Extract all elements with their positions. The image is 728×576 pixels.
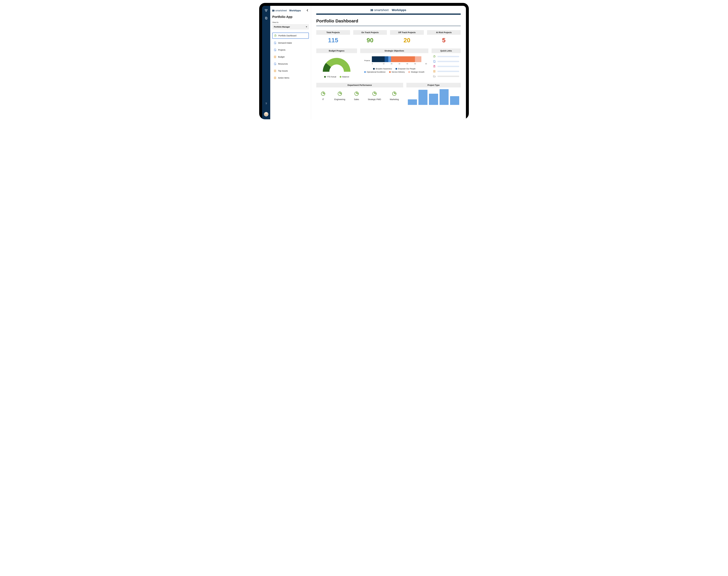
- main-area: smartsheet WorkApps Portfolio Dashboard …: [311, 6, 466, 119]
- dept-label: IT: [322, 98, 324, 100]
- quick-link-item[interactable]: [433, 65, 459, 68]
- panel-budget-title: Budget Progess: [316, 49, 357, 53]
- header-divider: [316, 13, 461, 15]
- sidebar-item-budget[interactable]: Budget: [272, 54, 309, 60]
- pie-green-icon: [274, 34, 277, 37]
- sheet-blue-icon: [433, 60, 436, 63]
- svg-rect-0: [265, 9, 266, 10]
- brand-light: smartsheet: [275, 9, 287, 12]
- panel-dept-title: Department Performance: [316, 83, 403, 87]
- sidebar-item-label: Action Items: [278, 77, 289, 79]
- panel-strategic-title: Strategic Objectives: [360, 49, 428, 53]
- quick-link-placeholder: [437, 76, 459, 77]
- rail-pages-icon[interactable]: [264, 16, 268, 20]
- quick-link-item[interactable]: [433, 70, 459, 73]
- quick-link-placeholder: [437, 56, 459, 57]
- svg-rect-2: [265, 10, 267, 12]
- strategic-legend-broaden: Broaden Awareness: [373, 68, 392, 70]
- dept-item-strategic-pmo[interactable]: Strategic PMO: [368, 91, 381, 100]
- project-type-bar: [439, 89, 449, 105]
- sidebar-item-label: Budget: [278, 56, 285, 58]
- kpi-value: 90: [353, 37, 387, 44]
- rail-help-button[interactable]: ?: [265, 102, 267, 105]
- app-screen: ? smartsheet WorkApps Portfolio App View…: [262, 6, 466, 119]
- budget-gauge-chart: [321, 56, 352, 73]
- strategic-legend-service: Service Delivery: [389, 71, 405, 73]
- quick-link-item[interactable]: [433, 55, 459, 58]
- folder-grey-icon: [433, 75, 436, 78]
- panel-ptype-title: Project Type: [406, 83, 461, 87]
- kpi-on-track-projects: On Track Projects90: [353, 30, 387, 44]
- sheet-blue-icon: [274, 49, 276, 51]
- project-type-chart: [406, 87, 461, 105]
- rail-user-avatar[interactable]: [264, 112, 268, 116]
- dept-item-marketing[interactable]: Marketing: [390, 91, 399, 100]
- strategic-legend: Broaden AwarenessEmpower Our PeopleOpera…: [362, 68, 427, 73]
- list-orange-icon: [274, 56, 276, 58]
- panel-project-type: Project Type: [406, 83, 461, 105]
- strategic-segment-operational-excellence: [388, 56, 391, 62]
- smartsheet-logo-icon: [272, 9, 274, 12]
- pie-chart-icon: [372, 91, 377, 96]
- sidebar-item-label: Demand Intake: [278, 42, 292, 44]
- pie-chart-icon: [338, 91, 342, 96]
- smartsheet-logo-icon: [371, 9, 373, 11]
- sidebar-item-portfolio-dashboard[interactable]: Portfolio Dashboard: [272, 33, 309, 39]
- app-rail: ?: [262, 6, 270, 119]
- sheet-blue-icon: [274, 41, 276, 44]
- strategic-legend-opex: Operational Excellence: [364, 71, 385, 73]
- sidebar-item-resources[interactable]: Resources: [272, 61, 309, 67]
- kpi-row: Total Projects115On Track Projects90Off …: [316, 30, 461, 44]
- page-title: Portfolio Dashboard: [316, 19, 461, 23]
- project-type-bar: [419, 90, 428, 105]
- project-type-bar: [429, 94, 438, 105]
- kpi-label: At Risk Projects: [427, 30, 461, 35]
- svg-rect-12: [274, 63, 276, 65]
- sidebar-item-projects[interactable]: Projects: [272, 47, 309, 53]
- sidebar-item-label: Projects: [278, 49, 286, 51]
- strategic-x-axis: 0102030405060: [372, 63, 427, 65]
- budget-legend: YTD Actual Balance: [324, 76, 349, 78]
- page-divider: [316, 26, 461, 26]
- sidebar-item-demand-intake[interactable]: Demand Intake: [272, 40, 309, 46]
- dept-label: Marketing: [390, 98, 399, 100]
- sidebar-item-top-issues[interactable]: Top Issues: [272, 68, 309, 74]
- view-as-label: View As: [272, 21, 309, 23]
- quick-link-item[interactable]: [433, 75, 459, 78]
- svg-rect-1: [266, 9, 268, 10]
- strategic-legend-empower: Empower Our People: [396, 68, 415, 70]
- dept-item-sales[interactable]: Sales: [354, 91, 359, 100]
- dept-label: Sales: [354, 98, 359, 100]
- kpi-off-track-projects: Off Track Projects20: [390, 30, 424, 44]
- view-as-select[interactable]: Portfolio Manager: [272, 24, 309, 29]
- panel-quicklinks-title: Quick Links: [432, 49, 461, 53]
- kpi-value: 5: [427, 37, 461, 44]
- kpi-total-projects: Total Projects115: [316, 30, 350, 44]
- dept-items: ITEngineeringSalesStrategic PMOMarketing: [316, 87, 403, 100]
- strategic-stacked-bar: [372, 56, 421, 62]
- list-orange-icon: [274, 69, 276, 72]
- pie-green-icon: [433, 55, 436, 58]
- main-header: smartsheet WorkApps: [311, 6, 466, 13]
- rail-apps-icon[interactable]: [264, 9, 268, 12]
- strategic-segment-empower-our-people: [385, 56, 388, 62]
- sidebar-item-action-items[interactable]: Action Items: [272, 75, 309, 81]
- dept-label: Strategic PMO: [368, 98, 381, 100]
- strategic-row-label: Projects: [362, 60, 370, 61]
- sidebar-collapse-button[interactable]: [306, 8, 309, 13]
- clipboard-pink-icon: [433, 65, 436, 68]
- kpi-at-risk-projects: At Risk Projects5: [427, 30, 461, 44]
- quick-link-item[interactable]: [433, 60, 459, 63]
- sidebar: smartsheet WorkApps Portfolio App View A…: [270, 6, 311, 119]
- dept-item-engineering[interactable]: Engineering: [334, 91, 345, 100]
- pie-chart-icon: [321, 91, 326, 96]
- panel-department-performance: Department Performance ITEngineeringSale…: [316, 83, 403, 105]
- content: Portfolio Dashboard Total Projects115On …: [311, 15, 466, 105]
- list-orange-icon: [274, 77, 276, 79]
- strategic-segment-strategic-growth: [415, 56, 421, 62]
- dept-item-it[interactable]: IT: [321, 91, 326, 100]
- project-type-bar: [408, 99, 417, 105]
- main-brand: smartsheet WorkApps: [371, 8, 406, 12]
- panel-strategic-objectives: Strategic Objectives Projects 0102030405…: [360, 49, 428, 78]
- pie-chart-icon: [392, 91, 397, 96]
